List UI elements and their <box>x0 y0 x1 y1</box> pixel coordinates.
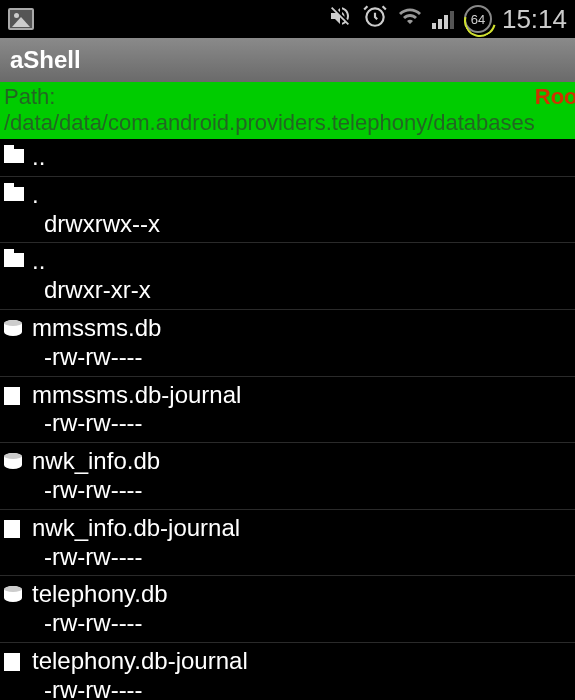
battery-indicator: 64 <box>464 5 492 33</box>
status-left <box>8 8 34 30</box>
path-bar: Path: /data/data/com.android.providers.t… <box>0 82 575 139</box>
file-name: .. <box>32 143 45 172</box>
file-name: nwk_info.db <box>32 447 160 476</box>
file-icon <box>4 653 24 669</box>
current-path: Path: /data/data/com.android.providers.t… <box>4 84 535 137</box>
folder-icon <box>4 149 24 165</box>
list-item[interactable]: .. <box>0 139 575 177</box>
file-list: .. . drwxrwx--x .. drwxr-xr-x mmssms.db … <box>0 139 575 700</box>
list-item[interactable]: telephony.db-journal -rw-rw---- <box>0 643 575 700</box>
file-permissions: -rw-rw---- <box>32 343 161 372</box>
list-item[interactable]: .. drwxr-xr-x <box>0 243 575 310</box>
file-name: telephony.db-journal <box>32 647 248 676</box>
list-item[interactable]: telephony.db -rw-rw---- <box>0 576 575 643</box>
list-item[interactable]: nwk_info.db-journal -rw-rw---- <box>0 510 575 577</box>
wifi-icon <box>398 4 422 34</box>
file-name: telephony.db <box>32 580 168 609</box>
list-item[interactable]: . drwxrwx--x <box>0 177 575 244</box>
image-notification-icon <box>8 8 34 30</box>
status-right: 64 15:14 <box>328 3 567 35</box>
signal-icon <box>432 9 454 29</box>
app-title: aShell <box>10 46 81 74</box>
list-item[interactable]: nwk_info.db -rw-rw---- <box>0 443 575 510</box>
alarm-icon <box>362 3 388 35</box>
file-name: .. <box>32 247 151 276</box>
file-permissions: -rw-rw---- <box>32 409 241 438</box>
file-name: mmssms.db-journal <box>32 381 241 410</box>
file-name: mmssms.db <box>32 314 161 343</box>
file-permissions: drwxrwx--x <box>32 210 160 239</box>
file-name: nwk_info.db-journal <box>32 514 240 543</box>
root-indicator: Root <box>535 84 575 137</box>
file-permissions: drwxr-xr-x <box>32 276 151 305</box>
folder-icon <box>4 187 24 203</box>
file-permissions: -rw-rw---- <box>32 609 168 638</box>
status-bar: 64 15:14 <box>0 0 575 38</box>
title-bar: aShell <box>0 38 575 82</box>
file-name: . <box>32 181 160 210</box>
file-permissions: -rw-rw---- <box>32 476 160 505</box>
file-icon <box>4 387 24 403</box>
file-permissions: -rw-rw---- <box>32 676 248 700</box>
list-item[interactable]: mmssms.db -rw-rw---- <box>0 310 575 377</box>
clock: 15:14 <box>502 4 567 35</box>
database-icon <box>4 453 24 469</box>
file-permissions: -rw-rw---- <box>32 543 240 572</box>
file-icon <box>4 520 24 536</box>
database-icon <box>4 586 24 602</box>
mute-icon <box>328 4 352 34</box>
database-icon <box>4 320 24 336</box>
list-item[interactable]: mmssms.db-journal -rw-rw---- <box>0 377 575 444</box>
folder-icon <box>4 253 24 269</box>
battery-percent: 64 <box>471 12 485 27</box>
